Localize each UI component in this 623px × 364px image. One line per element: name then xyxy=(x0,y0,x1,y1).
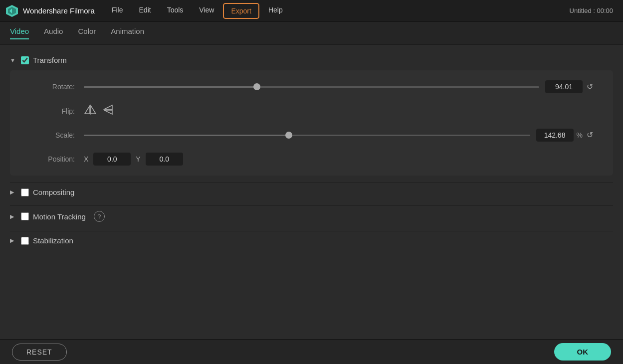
flip-group xyxy=(84,104,116,118)
scale-thumb[interactable] xyxy=(285,132,292,139)
rotate-input[interactable]: 94.01 xyxy=(545,80,583,93)
scale-track xyxy=(84,135,530,136)
scale-slider-container[interactable] xyxy=(84,130,530,140)
compositing-section: ▶ Compositing xyxy=(10,186,613,198)
svg-marker-6 xyxy=(104,105,112,109)
scale-row: Scale: 142.68 % ↺ xyxy=(30,129,593,142)
svg-marker-7 xyxy=(104,110,112,114)
compositing-header[interactable]: ▶ Compositing xyxy=(10,186,613,198)
transform-title: Transform xyxy=(33,56,67,64)
tab-color[interactable]: Color xyxy=(78,27,96,39)
scale-input[interactable]: 142.68 xyxy=(536,129,574,142)
motion-tracking-title: Motion Tracking xyxy=(33,212,86,221)
divider-1 xyxy=(10,182,613,183)
pos-y-input[interactable]: 0.0 xyxy=(146,153,183,166)
position-row: Position: X 0.0 Y 0.0 xyxy=(30,153,593,166)
transform-checkbox[interactable] xyxy=(21,56,29,64)
rotate-label: Rotate: xyxy=(30,83,75,91)
menu-tools[interactable]: Tools xyxy=(160,3,191,19)
reset-button[interactable]: RESET xyxy=(12,344,67,361)
scale-fill xyxy=(84,135,289,136)
flip-horizontal-button[interactable] xyxy=(84,104,97,118)
motion-tracking-help-icon[interactable]: ? xyxy=(94,211,105,222)
menu-file[interactable]: File xyxy=(105,3,130,19)
scale-percent: % xyxy=(577,131,583,139)
logo-text: Wondershare Filmora xyxy=(23,6,95,15)
stabilization-title: Stabilization xyxy=(33,236,73,245)
tab-video[interactable]: Video xyxy=(10,27,29,39)
flip-row: Flip: xyxy=(30,104,593,118)
stabilization-checkbox[interactable] xyxy=(21,237,29,245)
menu-edit[interactable]: Edit xyxy=(132,3,158,19)
title-right: Untitled : 00:00 xyxy=(570,7,618,14)
rotate-thumb[interactable] xyxy=(253,83,260,90)
transform-section: ▼ Transform Rotate: 94.01 ↺ Flip: xyxy=(10,54,613,176)
logo: Wondershare Filmora xyxy=(5,4,95,18)
flip-v-icon xyxy=(103,104,116,115)
stabilization-section: ▶ Stabilization xyxy=(10,234,613,247)
divider-3 xyxy=(10,231,613,231)
rotate-slider-container[interactable] xyxy=(84,82,539,92)
tab-animation[interactable]: Animation xyxy=(111,27,144,39)
motion-tracking-header[interactable]: ▶ Motion Tracking ? xyxy=(10,209,613,224)
bottom-bar: RESET OK xyxy=(0,339,623,364)
menu-view[interactable]: View xyxy=(192,3,221,19)
transform-panel: Rotate: 94.01 ↺ Flip: xyxy=(10,70,613,176)
scale-label: Scale: xyxy=(30,131,75,139)
motion-tracking-section: ▶ Motion Tracking ? xyxy=(10,209,613,224)
motion-tracking-checkbox[interactable] xyxy=(21,212,29,220)
svg-marker-3 xyxy=(85,106,90,114)
rotate-track xyxy=(84,86,539,88)
position-label: Position: xyxy=(30,155,75,163)
logo-icon xyxy=(5,4,19,18)
menu-export[interactable]: Export xyxy=(223,3,259,19)
ok-button[interactable]: OK xyxy=(554,343,612,361)
scale-reset-button[interactable]: ↺ xyxy=(587,131,593,139)
compositing-arrow[interactable]: ▶ xyxy=(10,189,17,195)
pos-x-input[interactable]: 0.0 xyxy=(93,153,131,166)
stabilization-header[interactable]: ▶ Stabilization xyxy=(10,234,613,247)
svg-marker-4 xyxy=(91,106,96,114)
menu-help[interactable]: Help xyxy=(261,3,290,19)
tab-bar: Video Audio Color Animation xyxy=(0,22,623,45)
stabilization-arrow[interactable]: ▶ xyxy=(10,237,17,244)
rotate-fill xyxy=(84,86,257,88)
flip-vertical-button[interactable] xyxy=(103,104,116,118)
rotate-row: Rotate: 94.01 ↺ xyxy=(30,80,593,93)
position-inputs: X 0.0 Y 0.0 xyxy=(84,153,183,166)
compositing-title: Compositing xyxy=(33,188,74,196)
compositing-checkbox[interactable] xyxy=(21,188,29,196)
pos-y-label: Y xyxy=(136,155,140,163)
divider-2 xyxy=(10,205,613,206)
transform-header[interactable]: ▼ Transform xyxy=(10,54,613,66)
flip-label: Flip: xyxy=(30,107,75,115)
motion-tracking-arrow[interactable]: ▶ xyxy=(10,213,17,220)
menu-bar: Wondershare Filmora File Edit Tools View… xyxy=(0,0,623,22)
pos-x-label: X xyxy=(84,155,88,163)
menu-items: File Edit Tools View Export Help xyxy=(105,3,570,19)
flip-h-icon xyxy=(84,104,97,115)
main-content: ▼ Transform Rotate: 94.01 ↺ Flip: xyxy=(0,45,623,339)
transform-arrow[interactable]: ▼ xyxy=(10,57,17,63)
rotate-reset-button[interactable]: ↺ xyxy=(587,83,593,91)
tab-audio[interactable]: Audio xyxy=(44,27,63,39)
